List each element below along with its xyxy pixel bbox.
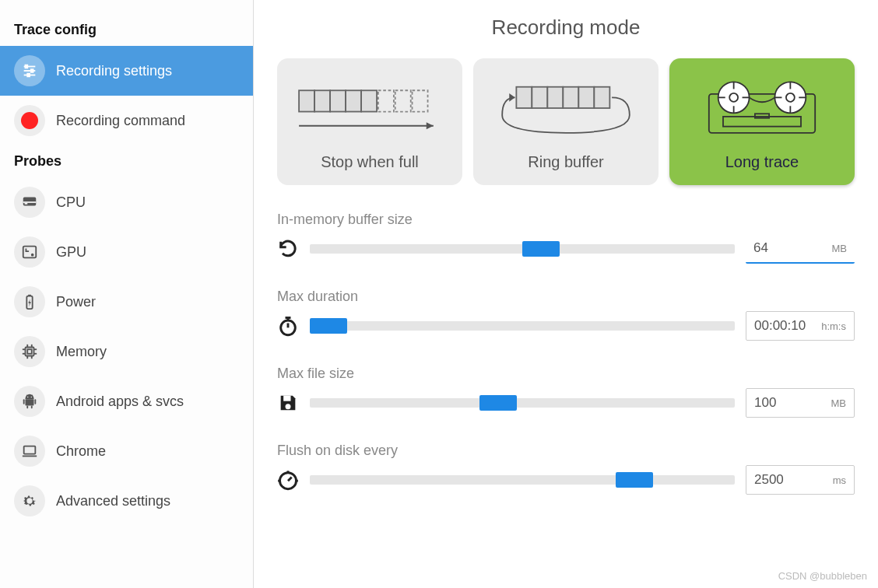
- mode-card-label: Stop when full: [321, 153, 419, 171]
- svg-rect-28: [34, 399, 36, 404]
- svg-rect-24: [26, 399, 34, 405]
- refresh-icon: [277, 238, 299, 260]
- svg-rect-45: [516, 87, 532, 108]
- svg-rect-30: [31, 406, 33, 409]
- svg-point-32: [31, 397, 32, 397]
- slider-thumb[interactable]: [522, 241, 560, 257]
- sidebar-section-trace-config: Trace config: [0, 14, 253, 46]
- sidebar-item-memory[interactable]: Memory: [0, 327, 253, 376]
- memory-icon: [14, 336, 45, 367]
- sliders-icon: [14, 55, 45, 86]
- sidebar-item-chrome[interactable]: Chrome: [0, 426, 253, 476]
- value-input[interactable]: 00:00:10 h:m:s: [746, 311, 855, 341]
- svg-rect-35: [299, 90, 314, 111]
- svg-rect-38: [346, 90, 361, 111]
- save-icon: [277, 392, 299, 414]
- mode-card-ring-buffer[interactable]: Ring buffer: [473, 58, 658, 185]
- svg-rect-8: [25, 203, 28, 205]
- slider-flush-on-disk: Flush on disk every 2500 ms: [277, 443, 855, 495]
- value-text: 64: [753, 240, 768, 256]
- svg-rect-9: [23, 247, 37, 258]
- ring-buffer-illustration: [481, 69, 651, 147]
- svg-rect-3: [26, 65, 28, 68]
- slider-max-duration: Max duration 00:00:10 h:m:s: [277, 289, 855, 341]
- value-unit: ms: [833, 474, 846, 486]
- svg-rect-50: [594, 87, 609, 108]
- svg-point-72: [286, 404, 291, 409]
- svg-point-10: [32, 254, 33, 256]
- android-icon: [14, 386, 45, 417]
- value-text: 100: [754, 395, 776, 411]
- svg-line-26: [32, 395, 33, 397]
- slider-label: In-memory buffer size: [277, 212, 855, 228]
- svg-marker-44: [427, 122, 434, 129]
- watermark: CSDN @bubbleben: [778, 570, 867, 582]
- main-panel: Recording mode Stop when full: [254, 0, 878, 588]
- gpu-icon: [14, 236, 45, 268]
- sidebar-item-label: Android apps & svcs: [56, 394, 184, 410]
- cpu-icon: [14, 187, 45, 218]
- gear-icon: [14, 485, 45, 516]
- slider-label: Max file size: [277, 366, 855, 382]
- laptop-icon: [14, 436, 45, 467]
- sidebar-item-label: Memory: [56, 344, 107, 360]
- sidebar-item-advanced[interactable]: Advanced settings: [0, 476, 253, 526]
- svg-rect-39: [361, 90, 377, 111]
- slider-thumb[interactable]: [616, 472, 653, 488]
- svg-rect-47: [547, 87, 563, 108]
- sidebar-item-recording-command[interactable]: Recording command: [0, 96, 253, 145]
- sidebar-item-gpu[interactable]: GPU: [0, 227, 253, 277]
- slider-label: Max duration: [277, 289, 855, 305]
- svg-line-25: [26, 395, 27, 397]
- svg-rect-49: [578, 87, 594, 108]
- sidebar: Trace config Recording settings Recordin…: [0, 0, 254, 588]
- sidebar-item-android[interactable]: Android apps & svcs: [0, 376, 253, 426]
- mode-card-label: Ring buffer: [528, 153, 603, 171]
- record-icon: [14, 105, 45, 136]
- svg-rect-37: [330, 90, 346, 111]
- mode-card-stop-when-full[interactable]: Stop when full: [277, 58, 462, 185]
- svg-rect-27: [23, 399, 25, 404]
- value-input[interactable]: 64 MB: [746, 234, 855, 264]
- slider-track[interactable]: [310, 321, 735, 331]
- recording-mode-row: Stop when full Ring buffer: [277, 58, 855, 185]
- sidebar-item-label: Recording command: [56, 113, 185, 129]
- slider-track[interactable]: [310, 398, 735, 408]
- slider-in-memory-buffer: In-memory buffer size 64 MB: [277, 212, 855, 264]
- svg-rect-33: [24, 446, 36, 454]
- svg-rect-42: [413, 90, 428, 111]
- svg-rect-40: [378, 90, 394, 111]
- slider-thumb[interactable]: [479, 395, 517, 411]
- page-title: Recording mode: [277, 16, 855, 40]
- svg-rect-36: [314, 90, 330, 111]
- value-text: 00:00:10: [754, 318, 806, 334]
- mode-card-long-trace[interactable]: Long trace: [669, 58, 855, 185]
- battery-icon: [14, 286, 45, 317]
- sidebar-item-power[interactable]: Power: [0, 277, 253, 327]
- svg-point-31: [27, 397, 28, 397]
- value-input[interactable]: 2500 ms: [746, 465, 855, 495]
- svg-rect-5: [27, 74, 30, 77]
- svg-rect-71: [283, 396, 290, 401]
- slider-track[interactable]: [310, 475, 735, 485]
- value-unit: MB: [831, 397, 847, 409]
- slider-max-file-size: Max file size 100 MB: [277, 366, 855, 418]
- value-input[interactable]: 100 MB: [746, 388, 855, 418]
- svg-rect-12: [28, 295, 31, 296]
- slider-label: Flush on disk every: [277, 443, 855, 459]
- svg-rect-41: [395, 90, 411, 111]
- svg-rect-46: [532, 87, 547, 108]
- stopwatch-icon: [277, 315, 299, 337]
- long-trace-illustration: [677, 69, 847, 147]
- sidebar-item-label: CPU: [56, 194, 86, 211]
- svg-marker-51: [509, 93, 515, 102]
- slider-thumb[interactable]: [310, 318, 347, 334]
- value-text: 2500: [754, 472, 784, 488]
- svg-rect-7: [23, 201, 37, 203]
- sidebar-item-recording-settings[interactable]: Recording settings: [0, 46, 253, 96]
- sidebar-item-cpu[interactable]: CPU: [0, 177, 253, 227]
- slider-track[interactable]: [310, 244, 735, 254]
- svg-marker-13: [28, 299, 31, 306]
- value-unit: h:m:s: [821, 320, 846, 332]
- sidebar-item-label: Recording settings: [56, 63, 172, 79]
